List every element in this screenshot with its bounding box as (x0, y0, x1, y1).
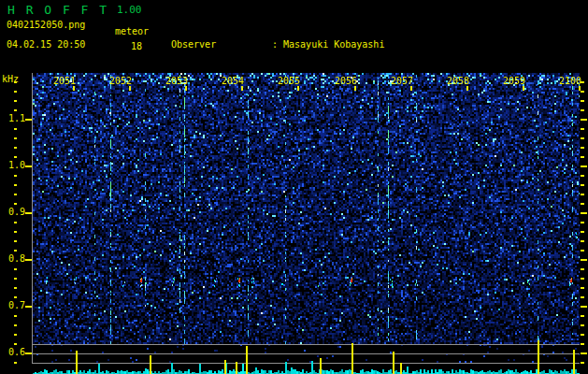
right-minor-tick (581, 287, 584, 289)
time-tick-label: 2055 (278, 76, 302, 86)
right-minor-tick (581, 231, 584, 233)
right-minor-tick (581, 296, 584, 298)
freq-minor-tick (14, 147, 17, 149)
right-minor-tick (581, 100, 584, 102)
freq-minor-tick (14, 81, 17, 83)
freq-tick-label: 0.8 (6, 253, 25, 264)
info-label: Observer (171, 38, 272, 50)
time-tick (523, 86, 524, 91)
time-tick-label: 2058 (447, 76, 471, 86)
freq-minor-tick (14, 334, 17, 336)
right-minor-tick (581, 147, 584, 149)
freq-minor-tick (14, 109, 17, 111)
app-title: H R O F F T (7, 3, 108, 17)
info-value: Masayuki Kobayashi (283, 39, 384, 50)
right-minor-tick (581, 324, 584, 326)
freq-minor-tick (14, 184, 17, 186)
freq-minor-tick (14, 278, 17, 280)
freq-minor-tick (14, 91, 17, 93)
right-minor-tick (581, 315, 584, 317)
freq-minor-tick (14, 296, 17, 298)
freq-minor-tick (14, 156, 17, 158)
freq-major-tick (25, 119, 32, 121)
right-minor-tick (581, 109, 584, 111)
right-major-tick (581, 259, 587, 261)
info-separator: : (272, 38, 278, 50)
right-minor-tick (581, 222, 584, 223)
freq-major-tick (25, 165, 32, 167)
time-tick (241, 86, 243, 91)
right-minor-tick (581, 362, 584, 364)
freq-minor-tick (14, 268, 17, 270)
freq-minor-tick (14, 343, 17, 345)
freq-minor-tick (14, 231, 17, 233)
time-tick-label: 2053 (165, 76, 190, 86)
time-tick-label: 2057 (391, 76, 415, 86)
time-tick-label: 2051 (53, 76, 78, 86)
right-minor-tick (581, 194, 584, 195)
right-minor-tick (581, 278, 584, 280)
freq-major-tick (25, 352, 32, 354)
right-minor-tick (581, 184, 584, 186)
time-tick-label: 2056 (335, 76, 359, 86)
right-minor-tick (581, 203, 584, 205)
freq-major-tick (25, 212, 32, 214)
hrofft-window: H R O F F T 1.00 0402152050.png meteor 0… (0, 0, 588, 374)
freq-minor-tick (14, 240, 17, 242)
freq-minor-tick (14, 137, 17, 139)
output-filename: 0402152050.png (7, 20, 85, 31)
time-tick (297, 86, 299, 91)
freq-tick-label: 0.6 (6, 347, 25, 357)
right-minor-tick (581, 268, 584, 270)
right-minor-tick (581, 137, 584, 139)
right-major-tick (581, 352, 587, 354)
right-minor-tick (581, 128, 584, 130)
freq-minor-tick (14, 194, 17, 195)
freq-minor-tick (14, 287, 17, 289)
info-row-observer: Observer:Masayuki Kobayashi (171, 38, 548, 50)
app-version: 1.00 (117, 4, 142, 16)
right-major-tick (581, 165, 587, 167)
mode-label: meteor (115, 26, 149, 37)
right-minor-tick (581, 334, 584, 336)
right-minor-tick (581, 175, 584, 177)
right-minor-tick (581, 240, 584, 242)
freq-major-tick (25, 306, 32, 308)
freq-minor-tick (14, 100, 17, 102)
time-tick (410, 86, 412, 91)
right-minor-tick (581, 250, 584, 252)
freq-tick-label: 0.7 (6, 300, 25, 310)
freq-minor-tick (14, 175, 17, 177)
freq-minor-tick (14, 315, 17, 317)
freq-minor-tick (14, 250, 17, 252)
time-tick-label: 2059 (503, 76, 527, 86)
right-minor-tick (581, 156, 584, 158)
right-minor-tick (581, 343, 584, 345)
freq-minor-tick (14, 362, 17, 364)
freq-tick-label: 0.9 (6, 207, 25, 217)
time-tick (73, 86, 75, 91)
freq-axis-line (32, 73, 33, 364)
freq-minor-tick (14, 222, 17, 223)
time-tick (129, 86, 131, 91)
time-tick (185, 86, 187, 91)
freq-minor-tick (14, 128, 17, 130)
time-tick-label: 2052 (109, 76, 134, 86)
time-tick-label: 2054 (222, 76, 246, 86)
right-major-tick (581, 212, 587, 214)
time-tick (466, 86, 468, 91)
time-tick (354, 86, 356, 91)
right-major-tick (581, 306, 587, 308)
freq-tick-label: 1.0 (6, 160, 25, 170)
right-minor-tick (581, 91, 584, 93)
freq-tick-label: 1.1 (6, 113, 25, 123)
date-time: 04.02.15 20:50 (7, 39, 85, 50)
echo-count: 18 (131, 41, 142, 52)
freq-minor-tick (14, 324, 17, 326)
spectrogram-waterfall (33, 73, 580, 374)
right-major-tick (581, 119, 587, 121)
freq-minor-tick (14, 203, 17, 205)
freq-major-tick (25, 259, 32, 261)
right-minor-tick (581, 81, 584, 83)
